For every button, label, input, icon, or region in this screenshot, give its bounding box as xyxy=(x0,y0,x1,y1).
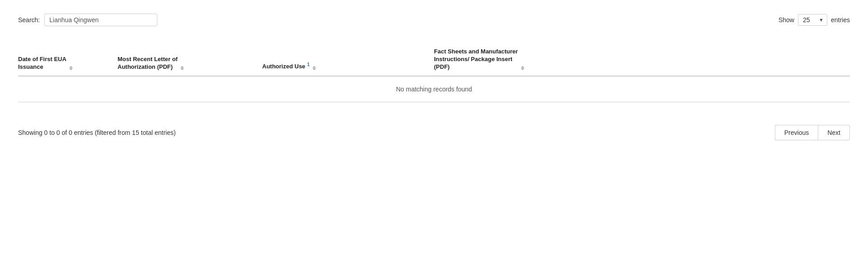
col-header-fact[interactable]: Fact Sheets and Manufacturer Instruction… xyxy=(434,44,850,76)
table-header-row: Date of First EUA Issuance xyxy=(18,44,850,76)
sort-down-icon xyxy=(312,68,316,70)
table-footer: Showing 0 to 0 of 0 entries (filtered fr… xyxy=(18,120,850,140)
sort-icon-letter xyxy=(180,66,184,70)
previous-button[interactable]: Previous xyxy=(775,125,818,140)
col-authorized-text: Authorized Use 1 xyxy=(262,61,310,71)
show-area: Show 10 25 50 100 ▼ entries xyxy=(778,14,850,26)
showing-entries-text: Showing 0 to 0 of 0 entries (filtered fr… xyxy=(18,129,176,136)
col-header-letter[interactable]: Most Recent Letter of Authorization (PDF… xyxy=(118,44,262,76)
col-letter-text: Most Recent Letter of Authorization (PDF… xyxy=(118,56,178,71)
sort-down-icon xyxy=(69,68,73,70)
main-table: Date of First EUA Issuance xyxy=(18,44,850,102)
sort-down-icon xyxy=(521,68,524,70)
next-button[interactable]: Next xyxy=(818,125,850,140)
col-fact-text: Fact Sheets and Manufacturer Instruction… xyxy=(434,48,518,71)
no-records-row: No matching records found xyxy=(18,76,850,102)
table-container: Date of First EUA Issuance xyxy=(18,44,850,102)
sort-icon-date xyxy=(69,66,73,70)
search-input[interactable] xyxy=(44,14,157,26)
authorized-use-footnote-link[interactable]: 1 xyxy=(307,62,310,67)
show-label: Show xyxy=(778,16,794,24)
entries-select-wrapper: 10 25 50 100 ▼ xyxy=(798,14,827,26)
sort-up-icon xyxy=(180,66,184,68)
sort-down-icon xyxy=(180,68,184,70)
entries-label: entries xyxy=(831,16,850,24)
col-header-authorized[interactable]: Authorized Use 1 xyxy=(262,44,434,76)
sort-up-icon xyxy=(521,66,524,68)
page-container: Search: Show 10 25 50 100 ▼ entries xyxy=(0,0,868,258)
search-label: Search: xyxy=(18,16,40,24)
pagination-buttons: Previous Next xyxy=(775,125,850,140)
no-records-message: No matching records found xyxy=(18,76,850,102)
divider-cell xyxy=(18,102,850,102)
top-controls: Search: Show 10 25 50 100 ▼ entries xyxy=(18,14,850,26)
col-header-date[interactable]: Date of First EUA Issuance xyxy=(18,44,118,76)
search-area: Search: xyxy=(18,14,157,26)
entries-select[interactable]: 10 25 50 100 xyxy=(798,14,827,26)
col-date-text: Date of First EUA Issuance xyxy=(18,56,66,71)
sort-icon-authorized xyxy=(312,66,316,70)
sort-up-icon xyxy=(69,66,73,68)
divider-row xyxy=(18,102,850,102)
sort-icon-fact xyxy=(521,66,524,70)
sort-up-icon xyxy=(312,66,316,68)
